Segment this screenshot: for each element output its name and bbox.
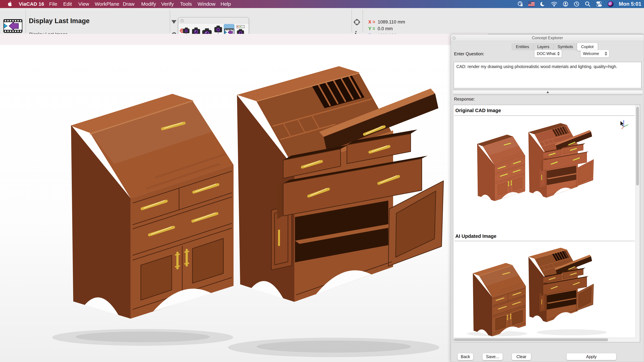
menu-help[interactable]: Help	[220, 0, 231, 8]
response-label: Response:	[454, 96, 475, 102]
menu-bar: ViaCAD 16 File Edit View WorkPlane Draw …	[0, 0, 644, 8]
concept-explorer-panel: Concept Explorer Entities Layers Symbols…	[451, 34, 644, 362]
apple-logo[interactable]	[8, 1, 13, 7]
preset-dropdown[interactable]: DOC:What..	[534, 50, 562, 57]
viewport-render[interactable]	[0, 45, 488, 362]
scrollbar-thumb[interactable]	[454, 338, 608, 341]
back-button[interactable]: Back	[458, 353, 473, 360]
stepper-icon	[604, 52, 608, 56]
menu-workplane[interactable]: WorkPlane	[95, 0, 119, 8]
user-icon[interactable]	[562, 1, 568, 7]
ai-updated-image	[454, 242, 635, 337]
spotlight-search-icon[interactable]	[585, 1, 591, 7]
time-machine-icon[interactable]	[574, 1, 580, 7]
panel-title: Concept Explorer	[451, 35, 644, 40]
screen-lock-icon[interactable]	[517, 1, 523, 7]
topic-dropdown[interactable]: Welcome	[580, 50, 609, 57]
coordinate-y: Y = 0.0 mm	[368, 26, 393, 31]
splitter-grip-icon	[546, 91, 549, 93]
toolbar-divider	[362, 9, 363, 32]
heading-rule	[454, 115, 635, 116]
menu-file[interactable]: File	[49, 0, 57, 8]
toolbar-divider	[170, 9, 170, 32]
menu-status-cluster: Mon 5:01	[517, 0, 641, 8]
apply-button[interactable]: Apply	[566, 353, 616, 360]
menu-verify[interactable]: Verify	[161, 0, 174, 8]
tab-layers[interactable]: Layers	[533, 43, 554, 50]
tool-title: Display Last Image	[29, 17, 90, 25]
app-toolbar: Display Last Image Display Last Image ?	[0, 8, 644, 34]
heading-rule	[454, 241, 635, 241]
palette-titlebar[interactable]	[178, 17, 248, 23]
scrollbar-thumb[interactable]	[636, 107, 639, 186]
response-area[interactable]: Original CAD Image AI Updated Image	[453, 105, 640, 343]
original-cad-image	[454, 116, 635, 232]
palette-close-button[interactable]	[180, 19, 184, 22]
clear-button[interactable]: Clear	[512, 353, 531, 360]
wifi-icon[interactable]	[551, 1, 558, 7]
menu-edit[interactable]: Edit	[63, 0, 72, 8]
panel-tabs: Entities Layers Symbols Copilot	[512, 43, 598, 50]
menu-window[interactable]: Window	[198, 0, 216, 8]
tool-options-caret[interactable]	[172, 20, 176, 24]
panel-splitter[interactable]	[453, 90, 642, 95]
toolbar-divider	[352, 9, 352, 32]
ai-updated-heading: AI Updated Image	[455, 233, 496, 239]
original-cad-heading: Original CAD Image	[455, 108, 501, 113]
question-label: Enter Question:	[454, 51, 484, 56]
tracking-crosshair-icon[interactable]	[353, 18, 360, 26]
response-vertical-scrollbar[interactable]	[635, 105, 640, 342]
panel-titlebar[interactable]: Concept Explorer	[451, 34, 644, 41]
stepper-icon	[556, 52, 560, 56]
tab-entities[interactable]: Entities	[512, 43, 533, 50]
tab-symbols[interactable]: Symbols	[554, 43, 577, 50]
tab-copilot[interactable]: Copilot	[577, 43, 598, 51]
siri-icon[interactable]	[608, 1, 614, 7]
document-titlebar: Secretary Desk.vc3*--Trimetric	[0, 34, 488, 45]
question-input[interactable]: CAD: render my drawing using photorealis…	[454, 62, 642, 88]
coordinate-x: X = 1089.110 mm	[368, 19, 405, 25]
menu-app-name[interactable]: ViaCAD 16	[19, 0, 44, 8]
save-button[interactable]: Save...	[482, 353, 503, 360]
menu-view[interactable]: View	[78, 0, 89, 8]
toolbar-divider	[26, 9, 26, 32]
response-horizontal-scrollbar[interactable]	[453, 338, 636, 342]
menu-tools[interactable]: Tools	[180, 0, 192, 8]
viewport-canvas[interactable]	[0, 45, 488, 362]
control-center-icon[interactable]	[596, 1, 602, 7]
menu-clock[interactable]: Mon 5:01	[619, 1, 641, 7]
menu-draw[interactable]: Draw	[123, 0, 134, 8]
input-flag-us-icon[interactable]	[528, 2, 535, 6]
menu-modify[interactable]: Modify	[141, 0, 156, 8]
focus-moon-icon[interactable]	[540, 1, 546, 7]
